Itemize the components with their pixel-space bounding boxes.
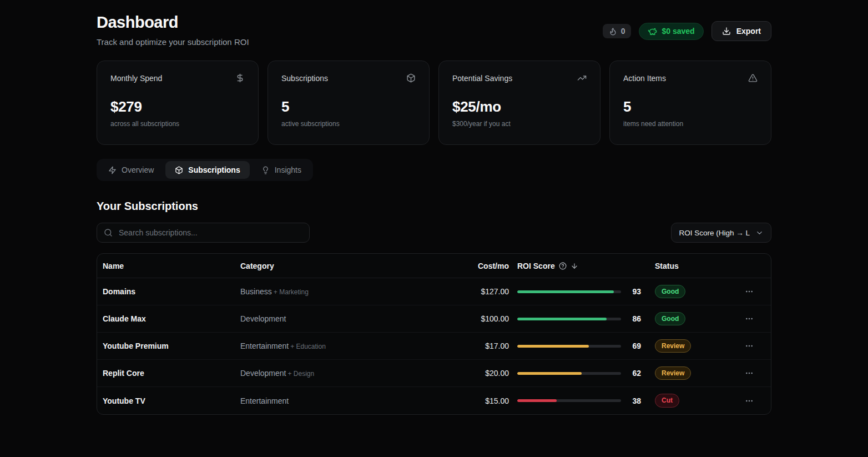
roi-score-cell: 93 (510, 287, 649, 296)
ellipsis-icon (745, 396, 754, 405)
export-button[interactable]: Export (711, 21, 771, 41)
topbar-actions: 0 $0 saved Export (603, 21, 771, 41)
stat-value: $25/mo (452, 98, 587, 115)
stat-label: Subscriptions (281, 74, 328, 83)
status-badge: Review (655, 366, 691, 380)
roi-progress-bar (517, 345, 621, 348)
category-secondary: + Education (290, 343, 326, 350)
subscription-category: Business+ Marketing (240, 287, 427, 296)
category-primary: Development (240, 369, 286, 378)
stat-sub: active subscriptions (281, 120, 416, 128)
table-row: Claude Max Development $100.00 86 Good (97, 305, 771, 333)
section-title: Your Subscriptions (97, 200, 771, 213)
row-menu-button[interactable] (741, 338, 757, 354)
search-box (97, 223, 310, 243)
column-header-status: Status (649, 262, 732, 270)
lightbulb-icon (261, 166, 270, 174)
topbar: Dashboard Track and optimize your subscr… (97, 13, 771, 47)
stat-value: $279 (110, 98, 245, 115)
stats-row: Monthly Spend $279 across all subscripti… (97, 61, 771, 145)
flame-icon (609, 27, 617, 36)
row-menu-button[interactable] (741, 365, 757, 381)
alert-triangle-icon (748, 73, 758, 83)
roi-progress-bar (517, 290, 621, 293)
tab-insights[interactable]: Insights (252, 161, 311, 179)
stat-label: Monthly Spend (110, 74, 162, 83)
subscriptions-table: Name Category Cost/mo ROI Score Status D… (97, 253, 771, 415)
search-input[interactable] (97, 223, 310, 243)
roi-progress-bar (517, 372, 621, 375)
stat-card-monthly-spend: Monthly Spend $279 across all subscripti… (97, 61, 259, 145)
piggy-bank-icon (648, 27, 657, 36)
stat-value: 5 (623, 98, 758, 115)
subscription-category: Development+ Design (240, 369, 427, 378)
status-badge: Good (655, 312, 685, 325)
table-row: Domains Business+ Marketing $127.00 93 G… (97, 278, 771, 305)
sort-value: ROI Score (High → L (679, 229, 750, 237)
table-row: Replit Core Development+ Design $20.00 6… (97, 360, 771, 387)
stat-card-subscriptions: Subscriptions 5 active subscriptions (268, 61, 430, 145)
stat-sub: items need attention (623, 120, 758, 128)
stat-sub: across all subscriptions (110, 120, 245, 128)
download-icon (722, 27, 731, 36)
streak-count: 0 (621, 27, 625, 36)
sort-dropdown[interactable]: ROI Score (High → L (671, 223, 771, 243)
subscription-name: Youtube TV (103, 396, 240, 405)
subscription-category: Development (240, 314, 427, 323)
search-icon (104, 228, 113, 237)
sort-arrow-down-icon[interactable] (571, 262, 578, 270)
chevron-down-icon (755, 229, 764, 237)
status-badge: Review (655, 339, 691, 353)
subscription-category: Entertainment (240, 396, 427, 405)
row-menu-button[interactable] (741, 284, 757, 299)
subscription-name: Domains (103, 287, 240, 296)
ellipsis-icon (745, 342, 754, 350)
ellipsis-icon (745, 287, 754, 296)
subscription-cost: $17.00 (427, 342, 510, 350)
export-label: Export (736, 27, 761, 36)
roi-score-value: 93 (621, 287, 641, 296)
stat-sub: $300/year if you act (452, 120, 587, 128)
table-row: Youtube Premium Entertainment+ Education… (97, 333, 771, 360)
roi-score-cell: 38 (510, 396, 649, 405)
subscription-cost: $15.00 (427, 396, 510, 405)
row-menu-button[interactable] (741, 311, 757, 327)
tab-subscriptions[interactable]: Subscriptions (165, 161, 249, 179)
stat-label: Action Items (623, 74, 666, 83)
subscription-name: Claude Max (103, 314, 240, 323)
stat-card-action-items: Action Items 5 items need attention (609, 61, 771, 145)
status-badge: Good (655, 285, 685, 298)
category-primary: Development (240, 314, 286, 323)
ellipsis-icon (745, 369, 754, 378)
category-secondary: + Marketing (274, 288, 309, 296)
category-primary: Entertainment (240, 396, 289, 405)
stat-label: Potential Savings (452, 74, 512, 83)
subscription-cost: $127.00 (427, 287, 510, 296)
status-badge: Cut (655, 394, 679, 407)
roi-score-value: 38 (621, 396, 641, 405)
trending-up-icon (577, 73, 587, 83)
page-title: Dashboard (97, 13, 249, 32)
roi-score-cell: 69 (510, 342, 649, 350)
column-header-cost: Cost/mo (427, 262, 510, 270)
column-header-category: Category (240, 262, 427, 270)
zap-icon (108, 166, 117, 174)
table-row: Youtube TV Entertainment $15.00 38 Cut (97, 387, 771, 414)
help-circle-icon[interactable] (559, 262, 567, 270)
dashboard-page: Dashboard Track and optimize your subscr… (97, 0, 771, 415)
row-menu-button[interactable] (741, 393, 757, 409)
roi-progress-bar (517, 399, 621, 402)
ellipsis-icon (745, 314, 754, 323)
roi-score-value: 69 (621, 342, 641, 350)
saved-badge: $0 saved (639, 23, 703, 40)
column-header-roi-score[interactable]: ROI Score (510, 262, 649, 270)
column-header-name: Name (103, 262, 240, 270)
subscription-category: Entertainment+ Education (240, 342, 427, 350)
tab-label: Insights (275, 165, 301, 174)
tab-bar: Overview Subscriptions Insights (97, 159, 313, 181)
tab-label: Overview (122, 165, 154, 174)
tab-overview[interactable]: Overview (99, 161, 163, 179)
package-icon (406, 73, 416, 83)
dollar-icon (235, 73, 245, 83)
roi-score-label: ROI Score (517, 262, 555, 270)
